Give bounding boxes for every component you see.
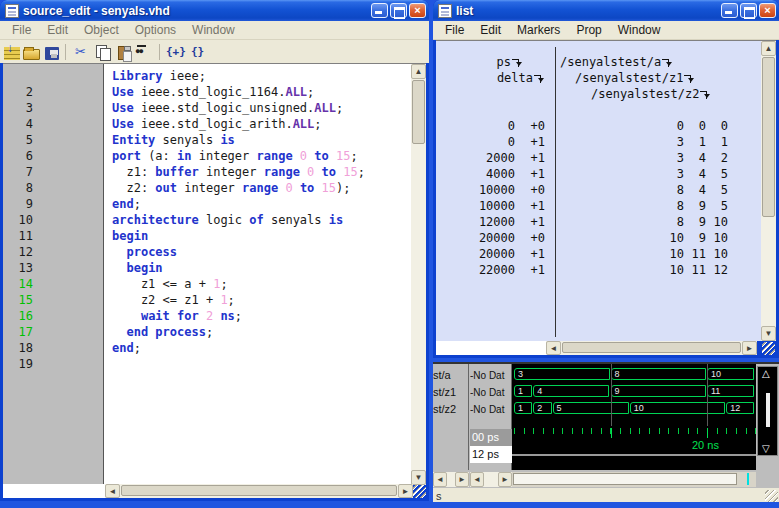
menu-markers[interactable]: Markers [509, 21, 568, 39]
code-line[interactable]: port (a: in integer range 0 to 15; [112, 148, 411, 164]
list-content[interactable]: ps /senyalstest/a delta /senyalstest/z1 … [436, 40, 776, 341]
cut-icon[interactable] [72, 43, 91, 61]
line-number: 8 [3, 180, 33, 196]
close-button[interactable]: × [409, 3, 426, 18]
code-line[interactable]: z1 <= a + 1; [112, 276, 411, 292]
paste-icon[interactable] [118, 46, 131, 60]
source-edit-window: source_edit - senyals.vhd × FileEditObje… [0, 0, 429, 501]
editor-status-blank [3, 484, 105, 498]
menu-edit[interactable]: Edit [472, 21, 509, 39]
line-number: 16 [3, 308, 33, 324]
values-horizontal-scrollbar[interactable]: ◄ ► [470, 472, 512, 487]
list-row[interactable]: 20000+1101110 [436, 246, 776, 262]
code-text[interactable]: Library ieee;Use ieee.std_logic_1164.ALL… [105, 64, 411, 485]
wave-signal-name[interactable]: st/z2 [433, 401, 468, 418]
wave-signal-value: -No Dat [470, 401, 511, 418]
source-titlebar[interactable]: source_edit - senyals.vhd × [0, 0, 429, 21]
scroll-left-icon[interactable]: ◄ [105, 484, 120, 498]
import-icon[interactable] [4, 47, 20, 60]
code-line[interactable]: z2: out integer range 0 to 15); [112, 180, 411, 196]
code-line[interactable]: Use ieee.std_logic_arith.ALL; [112, 116, 411, 132]
brace-add-icon[interactable]: {+} [166, 43, 185, 61]
scroll-left-icon[interactable]: ◄ [433, 472, 447, 487]
save-icon[interactable] [45, 47, 59, 60]
list-row[interactable]: 10000+1895 [436, 198, 776, 214]
scroll-right-icon[interactable]: ► [398, 484, 413, 498]
copy-icon[interactable] [94, 43, 113, 61]
find-icon[interactable] [134, 43, 153, 61]
list-titlebar[interactable]: list × [433, 0, 779, 21]
code-line[interactable]: end process; [112, 324, 411, 340]
scroll-down-icon[interactable]: ▽ [762, 443, 770, 454]
scroll-right-icon[interactable]: ► [498, 472, 512, 487]
code-line[interactable] [112, 356, 411, 372]
wave-signal-name[interactable]: st/z1 [433, 384, 468, 401]
wave-signal-name[interactable]: st/a [433, 367, 468, 384]
code-line[interactable]: Library ieee; [112, 68, 411, 84]
code-line[interactable]: z1: buffer integer range 0 to 15; [112, 164, 411, 180]
scroll-left-icon[interactable]: ◄ [470, 472, 484, 487]
list-row[interactable]: 0+1311 [436, 134, 776, 150]
editor-vertical-scrollbar[interactable]: ▲ ▼ [411, 64, 426, 485]
code-line[interactable]: end; [112, 340, 411, 356]
menu-prop[interactable]: Prop [568, 21, 609, 39]
code-line[interactable]: z2 <= z1 + 1; [112, 292, 411, 308]
code-line[interactable]: Use ieee.std_logic_1164.ALL; [112, 84, 411, 100]
code-line[interactable]: architecture logic of senyals is [112, 212, 411, 228]
code-line[interactable]: Entity senyals is [112, 132, 411, 148]
list-horizontal-scrollbar[interactable]: ◄ ► [546, 341, 757, 355]
code-line[interactable]: begin [112, 260, 411, 276]
maximize-button[interactable] [740, 3, 757, 18]
code-editor[interactable]: 2345678910111213141516171819 Library iee… [3, 63, 426, 485]
wave-trace-row: 3810 [512, 367, 756, 383]
menu-object[interactable]: Object [76, 21, 127, 39]
scroll-left-icon[interactable]: ◄ [546, 341, 561, 355]
maximize-button[interactable] [390, 3, 407, 18]
menu-options[interactable]: Options [127, 21, 184, 39]
menu-window[interactable]: Window [184, 21, 243, 39]
code-line[interactable]: end; [112, 196, 411, 212]
scroll-right-icon[interactable]: ► [455, 472, 469, 487]
list-row[interactable]: 2000+1342 [436, 150, 776, 166]
wave-horizontal-scrollbar[interactable] [512, 472, 756, 487]
list-row[interactable]: 4000+1345 [436, 166, 776, 182]
list-vertical-scrollbar[interactable]: ▲ ▼ [761, 41, 776, 341]
code-line[interactable]: begin [112, 228, 411, 244]
wave-signal-names[interactable]: st/ast/z1st/z2 [433, 364, 469, 470]
wave-segment: 1 [514, 385, 532, 397]
names-horizontal-scrollbar[interactable]: ◄ ► [433, 472, 469, 487]
resize-grip[interactable] [765, 490, 778, 502]
wave-segment: 5 [553, 402, 629, 414]
resize-grip[interactable] [413, 485, 426, 498]
scroll-up-icon[interactable]: ▲ [761, 41, 776, 56]
list-row[interactable]: 22000+1101112 [436, 262, 776, 278]
editor-horizontal-scrollbar[interactable]: ◄ ► [105, 484, 413, 498]
line-number [3, 68, 33, 84]
list-row[interactable]: 0+0000 [436, 118, 776, 134]
menu-edit[interactable]: Edit [39, 21, 76, 39]
resize-grip[interactable] [762, 342, 775, 355]
open-icon[interactable] [23, 49, 40, 60]
scroll-right-icon[interactable]: ► [742, 341, 757, 355]
menu-file[interactable]: File [437, 21, 472, 39]
scroll-up-icon[interactable]: ▲ [411, 64, 426, 79]
menu-file[interactable]: File [4, 21, 39, 39]
list-row[interactable]: 12000+18910 [436, 214, 776, 230]
list-row[interactable]: 20000+010910 [436, 230, 776, 246]
code-line[interactable]: Use ieee.std_logic_unsigned.ALL; [112, 100, 411, 116]
brace-next-icon[interactable]: {} [188, 43, 207, 61]
scroll-down-icon[interactable]: ▼ [411, 470, 426, 485]
scroll-down-icon[interactable]: ▼ [761, 326, 776, 341]
list-row[interactable]: 10000+0845 [436, 182, 776, 198]
wave-segment: 9 [611, 385, 707, 397]
wave-plot-area[interactable]: 381014911125101220 ns [512, 364, 756, 454]
code-line[interactable]: process [112, 244, 411, 260]
code-line[interactable]: wait for 2 ns; [112, 308, 411, 324]
menu-window[interactable]: Window [610, 21, 669, 39]
wave-vertical-scrollbar[interactable]: △ ▽ [757, 366, 778, 456]
minimize-button[interactable] [371, 3, 388, 18]
minimize-button[interactable] [721, 3, 738, 18]
scroll-up-icon[interactable]: △ [762, 368, 770, 379]
close-button[interactable]: × [759, 3, 776, 18]
line-number: 12 [3, 244, 33, 260]
